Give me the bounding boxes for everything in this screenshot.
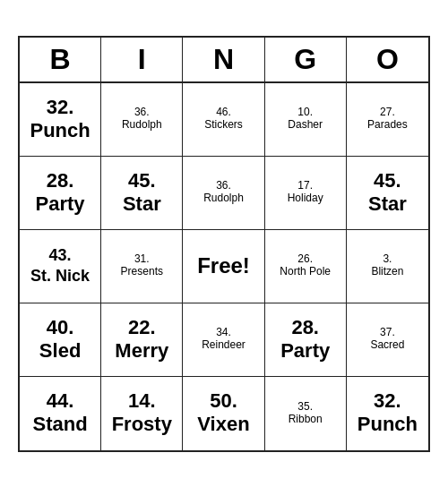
bingo-cell: 36.Rudolph — [101, 83, 183, 157]
cell-number: 28. — [291, 316, 319, 339]
header-cell: I — [101, 38, 183, 81]
cell-number: 32. — [374, 389, 401, 413]
cell-number: 17. — [297, 179, 313, 192]
header-cell: G — [265, 38, 347, 81]
bingo-cell: 17.Holiday — [265, 157, 347, 230]
cell-number: 34. — [216, 326, 231, 338]
bingo-cell: 40.Sled — [20, 303, 101, 377]
cell-number: 50. — [210, 389, 237, 413]
bingo-cell: 37.Sacred — [347, 303, 428, 377]
bingo-grid: 32.Punch36.Rudolph46.Stickers10.Dasher27… — [20, 83, 428, 450]
cell-label: North Pole — [280, 265, 331, 279]
bingo-cell: 43.St. Nick — [20, 230, 101, 303]
bingo-cell: 32.Punch — [347, 377, 428, 450]
cell-label: Rudolph — [122, 118, 162, 132]
bingo-cell: 36.Rudolph — [183, 157, 264, 230]
header-cell: B — [20, 38, 101, 81]
cell-label: Stand — [33, 413, 88, 436]
bingo-cell: 31.Presents — [101, 230, 183, 303]
cell-label: Holiday — [288, 192, 323, 206]
cell-label: Frosty — [112, 413, 172, 436]
cell-label: Reindeer — [202, 338, 246, 353]
cell-label: Punch — [358, 413, 418, 436]
header-cell: O — [347, 38, 428, 81]
cell-label: Sacred — [370, 338, 404, 353]
bingo-cell: 45.Star — [101, 157, 183, 230]
cell-label: Sled — [39, 339, 81, 363]
cell-number: 40. — [47, 316, 74, 339]
bingo-cell: 45.Star — [347, 157, 428, 230]
bingo-cell: 50.Vixen — [183, 377, 264, 450]
cell-label: Parades — [367, 118, 408, 132]
cell-label: Blitzen — [371, 265, 403, 279]
cell-number: 37. — [380, 326, 395, 338]
cell-number: 46. — [216, 106, 231, 118]
bingo-cell: 28.Party — [265, 303, 347, 377]
cell-label: Star — [368, 192, 407, 216]
cell-number: 3. — [383, 252, 392, 265]
cell-label: Star — [123, 192, 161, 216]
bingo-cell: 28.Party — [20, 157, 101, 230]
free-space: Free! — [197, 253, 250, 278]
header-cell: N — [183, 38, 264, 81]
cell-number: 22. — [128, 316, 156, 339]
cell-number: 36. — [216, 179, 231, 192]
cell-label: Presents — [121, 265, 163, 279]
bingo-cell: 26.North Pole — [265, 230, 347, 303]
cell-label: Rudolph — [203, 192, 244, 206]
bingo-cell: 10.Dasher — [265, 83, 347, 157]
cell-label: Ribbon — [289, 413, 323, 427]
cell-label: Merry — [115, 339, 168, 363]
bingo-cell: 3.Blitzen — [347, 230, 428, 303]
cell-label: Party — [280, 339, 330, 363]
cell-label: Party — [36, 192, 85, 216]
cell-number: 45. — [374, 169, 401, 192]
cell-number: 14. — [128, 389, 156, 413]
bingo-cell: 35.Ribbon — [265, 377, 347, 450]
cell-number: 31. — [134, 252, 150, 265]
cell-label: Punch — [30, 119, 90, 142]
bingo-cell: 34.Reindeer — [183, 303, 264, 377]
cell-label: Stickers — [204, 118, 243, 132]
cell-number: 35. — [297, 400, 313, 413]
bingo-card: BINGO 32.Punch36.Rudolph46.Stickers10.Da… — [18, 36, 430, 452]
cell-number: 26. — [297, 252, 313, 265]
bingo-cell: 44.Stand — [20, 377, 101, 450]
cell-number: 44. — [47, 389, 74, 413]
cell-label: Vixen — [197, 413, 249, 436]
cell-content: 43.St. Nick — [30, 245, 90, 287]
bingo-cell: 14.Frosty — [101, 377, 183, 450]
bingo-cell: 22.Merry — [101, 303, 183, 377]
cell-number: 45. — [128, 169, 156, 192]
cell-number: 36. — [134, 106, 150, 118]
bingo-cell: 32.Punch — [20, 83, 101, 157]
bingo-cell: 46.Stickers — [183, 83, 264, 157]
bingo-cell: 27.Parades — [347, 83, 428, 157]
cell-number: 10. — [297, 106, 313, 118]
cell-number: 27. — [380, 106, 395, 118]
bingo-header: BINGO — [20, 38, 428, 83]
cell-label: Dasher — [288, 118, 323, 132]
cell-number: 32. — [47, 96, 74, 119]
cell-number: 28. — [47, 169, 74, 192]
bingo-cell: Free! — [183, 230, 264, 303]
